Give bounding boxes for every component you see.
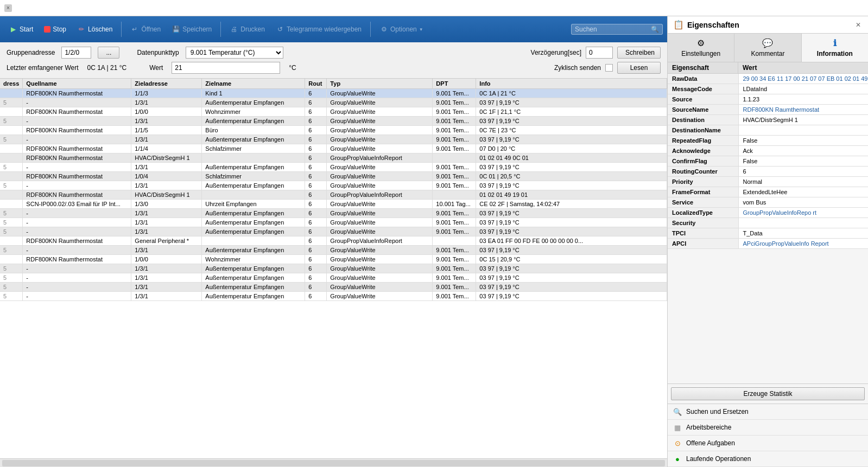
table-cell: 9.001 Tem...: [433, 283, 476, 292]
table-cell: 1/3/0: [131, 200, 202, 209]
table-row[interactable]: 5-1/3/1Außentemperatur Empfangen6GroupVa…: [0, 163, 667, 172]
table-row[interactable]: RDF800KN RaumthermostatGeneral Periphera…: [0, 236, 667, 246]
table-cell: -: [23, 209, 131, 218]
oeffnen-button[interactable]: ↵ Öffnen: [126, 23, 165, 36]
table-cell: Außentemperatur Empfangen: [202, 292, 305, 301]
table-row[interactable]: 5-1/3/1Außentemperatur Empfangen6GroupVa…: [0, 135, 667, 144]
prop-name: RoutingCounter: [668, 167, 738, 177]
col-zielname: Zielname: [202, 79, 305, 89]
table-cell: 03 97 | 9,19 °C: [476, 181, 667, 190]
speichern-button[interactable]: 💾 Speichern: [167, 23, 216, 36]
arbeit-label: Arbeitsbereiche: [686, 424, 731, 431]
table-cell: [0, 255, 23, 264]
search-input[interactable]: [575, 25, 651, 33]
properties-table-container[interactable]: RawData29 00 34 E6 11 17 00 21 07 07 EB …: [668, 74, 868, 383]
gruppenadresse-input[interactable]: [61, 47, 91, 59]
horizontal-scrollbar[interactable]: [2, 460, 665, 466]
table-container[interactable]: dress Quellname Zieladresse Zielname Rou…: [0, 79, 667, 458]
table-cell: 9.001 Tem...: [433, 144, 476, 153]
zyklisch-checkbox[interactable]: [605, 64, 613, 72]
lesen-button[interactable]: Lesen: [617, 62, 661, 74]
table-cell: Außentemperatur Empfangen: [202, 227, 305, 236]
table-row[interactable]: 5-1/3/1Außentemperatur Empfangen6GroupVa…: [0, 283, 667, 292]
props-row: DestinationName: [668, 125, 868, 136]
col-info: Info: [476, 79, 667, 89]
table-cell: RDF800KN Raumthermostat: [23, 126, 131, 135]
table-cell: Kind 1: [202, 89, 305, 98]
table-cell: Außentemperatur Empfangen: [202, 98, 305, 107]
zyklisch-label: Zyklisch senden: [554, 64, 601, 72]
stop-button[interactable]: Stop: [40, 23, 71, 35]
stop-icon: [44, 26, 50, 33]
table-row[interactable]: 5-1/3/1Außentemperatur Empfangen6GroupVa…: [0, 273, 667, 283]
table-cell: 9.001 Tem...: [433, 264, 476, 273]
optionen-button[interactable]: ⚙ Optionen ▼: [375, 23, 428, 36]
table-cell: 6: [305, 209, 327, 218]
table-row[interactable]: 5-1/3/1Außentemperatur Empfangen6GroupVa…: [0, 117, 667, 126]
table-row[interactable]: 5-1/3/1Außentemperatur Empfangen6GroupVa…: [0, 181, 667, 190]
start-button[interactable]: ▶ Start: [4, 23, 37, 36]
table-cell: 1/3/1: [131, 283, 202, 292]
table-cell: RDF800KN Raumthermostat: [23, 255, 131, 264]
table-cell: [0, 144, 23, 153]
table-cell: -: [23, 283, 131, 292]
window-close-button[interactable]: ×: [4, 4, 12, 12]
table-row[interactable]: 5-1/3/1Außentemperatur Empfangen6GroupVa…: [0, 218, 667, 227]
nav-suchen[interactable]: 🔍 Suchen und Ersetzen: [668, 404, 868, 420]
schreiben-button[interactable]: Schreiben: [617, 47, 661, 59]
tab-kommentar[interactable]: 💬 Kommentar: [734, 34, 801, 62]
col-rout: Rout: [305, 79, 327, 89]
table-row[interactable]: 5-1/3/1Außentemperatur Empfangen6GroupVa…: [0, 246, 667, 255]
table-cell: [433, 190, 476, 200]
table-row[interactable]: RDF800KN RaumthermostatHVAC/DistrSegmH 1…: [0, 153, 667, 163]
table-row[interactable]: RDF800KN Raumthermostat1/1/4Schlafzimmer…: [0, 144, 667, 153]
table-row[interactable]: RDF800KN Raumthermostat1/0/0Wohnzimmer6G…: [0, 255, 667, 264]
table-row[interactable]: RDF800KN Raumthermostat1/1/3Kind 16Group…: [0, 89, 667, 98]
dots-button[interactable]: ...: [98, 47, 119, 59]
table-row[interactable]: 5-1/3/1Außentemperatur Empfangen6GroupVa…: [0, 264, 667, 273]
title-bar-left: ×: [4, 4, 12, 12]
table-cell: 03 EA 01 FF 00 FD FE 00 00 00 00 0...: [476, 236, 667, 246]
drucken-button[interactable]: 🖨 Drucken: [225, 23, 269, 36]
table-cell: 9.001 Tem...: [433, 98, 476, 107]
table-row[interactable]: 5-1/3/1Außentemperatur Empfangen6GroupVa…: [0, 98, 667, 107]
table-cell: Außentemperatur Empfangen: [202, 209, 305, 218]
table-cell: 9.001 Tem...: [433, 181, 476, 190]
col-quellname: Quellname: [23, 79, 131, 89]
table-row[interactable]: SCN-IP000.02/.03 Email für IP Int...1/3/…: [0, 200, 667, 209]
table-cell: 5: [0, 273, 23, 283]
table-row[interactable]: 5-1/3/1Außentemperatur Empfangen6GroupVa…: [0, 292, 667, 301]
table-row[interactable]: RDF800KN RaumthermostatHVAC/DistrSegmH 1…: [0, 190, 667, 200]
datenpunkttyp-select[interactable]: 9.001 Temperatur (°C): [186, 47, 283, 59]
table-row[interactable]: RDF800KN Raumthermostat1/0/0Wohnzimmer6G…: [0, 107, 667, 117]
loeschen-button[interactable]: ✏ Löschen: [73, 23, 117, 36]
nav-aufgaben[interactable]: ⊙ Offene Aufgaben: [668, 436, 868, 451]
verzoegerung-label: Verzögerung[sec]: [531, 49, 581, 56]
stat-button[interactable]: Erzeuge Statistik: [671, 387, 865, 400]
prop-name: MessageCode: [668, 84, 738, 94]
prop-name: APCI: [668, 239, 738, 249]
prop-value: ExtendedLteHee: [738, 187, 868, 197]
form-row-1: Gruppenadresse ... Datenpunkttyp 9.001 T…: [7, 47, 661, 59]
table-row[interactable]: 5-1/3/1Außentemperatur Empfangen6GroupVa…: [0, 209, 667, 218]
wert-label: Wert: [149, 64, 163, 72]
table-cell: GroupPropValueInfoReport: [327, 190, 433, 200]
nav-arbeit[interactable]: ▦ Arbeitsbereiche: [668, 420, 868, 436]
tab-information[interactable]: ℹ Information: [802, 34, 868, 62]
verzoegerung-input[interactable]: [586, 47, 613, 59]
table-cell: Außentemperatur Empfangen: [202, 135, 305, 144]
properties-close-button[interactable]: ✕: [854, 21, 863, 29]
prop-name: Source: [668, 94, 738, 105]
table-row[interactable]: RDF800KN Raumthermostat1/0/4Schlafzimmer…: [0, 172, 667, 181]
nav-operationen[interactable]: ● Laufende Operationen: [668, 451, 868, 467]
table-cell: Uhrzeit Empfangen: [202, 200, 305, 209]
table-cell: 9.001 Tem...: [433, 126, 476, 135]
table-row[interactable]: RDF800KN Raumthermostat1/1/5Büro6GroupVa…: [0, 126, 667, 135]
table-row[interactable]: 5-1/3/1Außentemperatur Empfangen6GroupVa…: [0, 227, 667, 236]
table-body: RDF800KN Raumthermostat1/1/3Kind 16Group…: [0, 89, 667, 301]
table-cell: 1/3/1: [131, 163, 202, 172]
wert-input[interactable]: [172, 62, 280, 74]
tab-einstellungen[interactable]: ⚙ Einstellungen: [668, 34, 734, 62]
telegramme-button[interactable]: ↺ Telegramme wiedergeben: [271, 23, 366, 36]
search-box[interactable]: 🔍: [571, 24, 663, 35]
